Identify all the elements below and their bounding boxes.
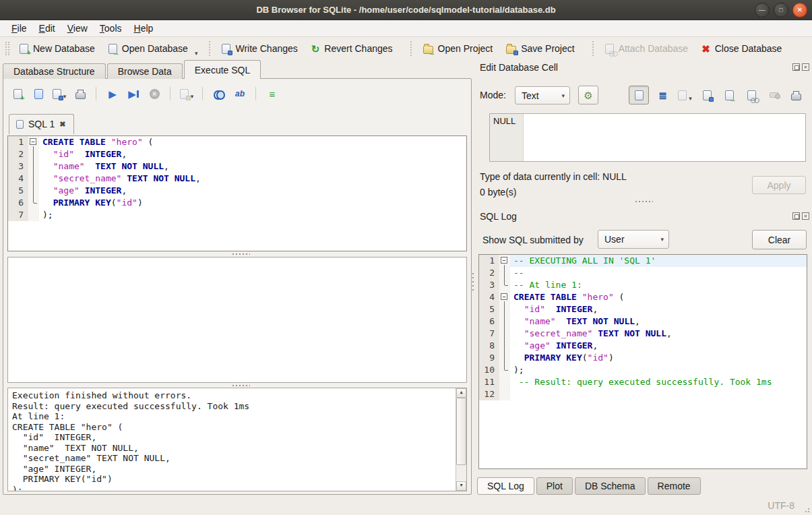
- title-bar[interactable]: DB Browser for SQLite - /home/user/code/…: [0, 0, 812, 20]
- code-line: 5 "age" INTEGER,: [8, 185, 466, 197]
- sql1-tab[interactable]: SQL 1 ✖: [9, 114, 74, 134]
- mode-select[interactable]: Text ▾: [515, 86, 570, 104]
- code-text: "id" INTEGER,: [510, 303, 807, 315]
- revert-changes-label: Revert Changes: [324, 43, 392, 54]
- open-external-button[interactable]: →: [721, 87, 738, 103]
- encoding-indicator[interactable]: UTF-8: [768, 500, 794, 511]
- document-icon: [635, 90, 644, 100]
- clear-log-button[interactable]: Clear: [752, 230, 807, 249]
- line-number: 7: [8, 209, 28, 221]
- tab-execute-sql[interactable]: Execute SQL: [184, 60, 261, 79]
- revert-icon: ↻: [311, 44, 320, 54]
- toolbar-separator: [96, 87, 97, 100]
- sql-editor[interactable]: 1−CREATE TABLE "hero" (2 "id" INTEGER,3 …: [7, 135, 467, 251]
- open-sql-tab-button[interactable]: +: [10, 86, 25, 101]
- auto-apply-button[interactable]: ⚙: [578, 86, 598, 104]
- save-results-button[interactable]: ▾: [179, 86, 194, 101]
- sql-log-filter-select[interactable]: User ▾: [598, 230, 669, 249]
- new-database-button[interactable]: + New Database: [13, 39, 102, 58]
- menu-edit[interactable]: Edit: [33, 21, 61, 36]
- stop-execution-button[interactable]: ✕: [147, 86, 162, 101]
- arrow-icon: →: [113, 49, 120, 57]
- find-replace-button[interactable]: ab: [232, 86, 247, 101]
- text-mode-button[interactable]: [629, 86, 649, 104]
- set-null-button[interactable]: [766, 87, 782, 103]
- dock-close-icon[interactable]: ✕: [802, 63, 809, 71]
- set-null-icon: [770, 92, 779, 98]
- maximize-button[interactable]: □: [774, 3, 788, 18]
- word-wrap-button[interactable]: ≣: [654, 87, 671, 103]
- line-number: 9: [479, 352, 499, 364]
- menu-tools[interactable]: Tools: [94, 21, 128, 36]
- save-sql-file-button[interactable]: ▾: [52, 86, 67, 101]
- arrow-icon: →: [729, 96, 737, 103]
- line-number: 5: [8, 185, 28, 197]
- execute-all-button[interactable]: ▶: [105, 86, 120, 101]
- apply-button[interactable]: Apply: [752, 176, 806, 194]
- execution-message-pane[interactable]: Execution finished without errors.Result…: [7, 388, 467, 491]
- fold-margin: [499, 388, 510, 400]
- toolbar-grip[interactable]: [5, 42, 9, 55]
- dock-tab-remote[interactable]: Remote: [648, 477, 701, 495]
- code-line: 2--: [479, 267, 807, 279]
- dock-tab-db-schema[interactable]: DB Schema: [575, 477, 646, 495]
- copy-link-button[interactable]: [743, 87, 760, 103]
- attach-database-button[interactable]: Attach Database: [598, 39, 695, 58]
- scrollbar[interactable]: ▲ ▼: [456, 388, 466, 491]
- dock-tab-plot[interactable]: Plot: [536, 477, 573, 495]
- dock-float-icon[interactable]: [792, 63, 800, 71]
- fold-collapse-icon[interactable]: −: [30, 138, 36, 145]
- code-text: "name" TEXT NOT NULL,: [39, 160, 466, 173]
- find-button[interactable]: [212, 86, 226, 101]
- tab-database-structure[interactable]: Database Structure: [3, 63, 106, 79]
- results-grid[interactable]: [7, 257, 467, 383]
- sql-editor-tab-bar: SQL 1 ✖: [9, 114, 74, 134]
- import-data-button[interactable]: ▾: [677, 87, 693, 103]
- scroll-down-icon[interactable]: ▼: [456, 481, 466, 491]
- open-database-icon: →: [108, 44, 117, 54]
- fold-margin[interactable]: −: [499, 291, 510, 303]
- execute-line-icon: ▶: [128, 89, 136, 99]
- save-project-button[interactable]: Save Project: [499, 39, 581, 58]
- fold-margin: [499, 364, 510, 376]
- export-data-button[interactable]: [699, 87, 716, 103]
- execute-current-line-button[interactable]: ▶: [126, 86, 141, 101]
- dock-float-icon[interactable]: [792, 212, 800, 220]
- dock-tab-sql-log[interactable]: SQL Log: [477, 477, 534, 495]
- fold-margin[interactable]: −: [499, 255, 510, 267]
- cell-editor[interactable]: NULL: [489, 113, 806, 162]
- code-text: "secret_name" TEXT NOT NULL,: [510, 328, 807, 340]
- open-database-button[interactable]: → Open Database ▾: [102, 39, 205, 58]
- format-sql-button[interactable]: ≡: [265, 86, 280, 101]
- sql-log-view[interactable]: 1−-- EXECUTING ALL IN 'SQL 1'2--3-- At l…: [478, 254, 807, 469]
- disk-icon: [186, 96, 191, 100]
- scrollbar-thumb[interactable]: [456, 398, 466, 465]
- close-button[interactable]: ✕: [792, 3, 807, 18]
- fold-collapse-icon[interactable]: −: [501, 257, 507, 264]
- menu-help[interactable]: Help: [128, 21, 160, 36]
- scroll-up-icon[interactable]: ▲: [456, 388, 466, 398]
- menu-view[interactable]: View: [61, 21, 94, 36]
- splitter-handle[interactable]: [232, 385, 250, 386]
- print-cell-button[interactable]: [788, 87, 805, 103]
- menu-file[interactable]: File: [5, 21, 33, 36]
- print-button[interactable]: [73, 86, 88, 101]
- tab-close-icon[interactable]: ✖: [59, 120, 65, 129]
- splitter-handle[interactable]: [232, 253, 250, 255]
- open-project-button[interactable]: → Open Project: [416, 39, 500, 58]
- message-line: "secret_name" TEXT NOT NULL,: [12, 453, 456, 464]
- revert-changes-button[interactable]: ↻ Revert Changes: [305, 39, 400, 58]
- minimize-button[interactable]: —: [755, 3, 770, 18]
- vertical-splitter-handle[interactable]: [472, 273, 474, 291]
- write-changes-button[interactable]: Write Changes: [215, 39, 304, 58]
- close-database-button[interactable]: ✖ Close Database: [695, 39, 788, 58]
- fold-collapse-icon[interactable]: −: [501, 293, 507, 300]
- find-icon: [214, 90, 225, 98]
- splitter-handle[interactable]: [635, 201, 653, 202]
- open-sql-file-button[interactable]: [31, 86, 46, 101]
- tab-browse-data[interactable]: Browse Data: [107, 63, 183, 79]
- dock-close-icon[interactable]: ✕: [802, 212, 809, 220]
- line-number: 4: [8, 173, 28, 185]
- fold-margin[interactable]: −: [28, 136, 39, 148]
- resize-grip[interactable]: [803, 506, 810, 513]
